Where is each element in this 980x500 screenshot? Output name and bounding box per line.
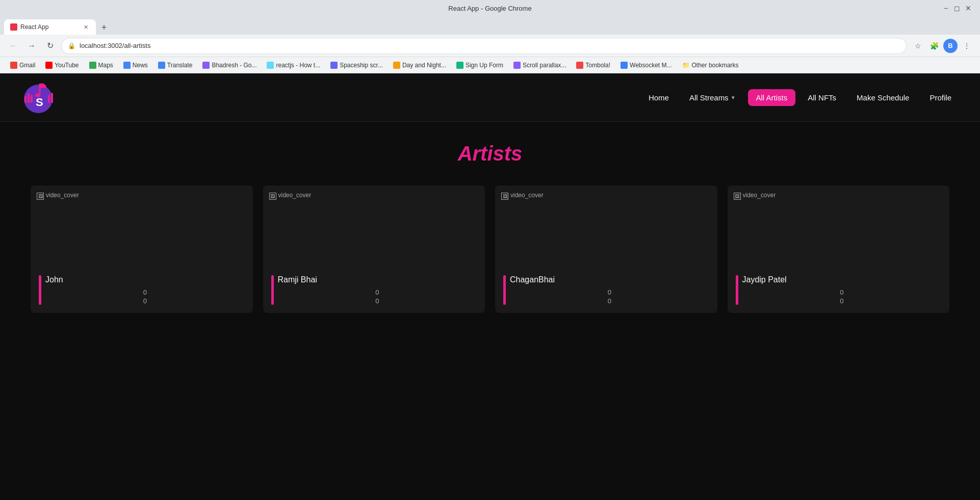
artist-stats-ramji-bhai: 0 0 xyxy=(278,288,477,305)
broken-img-icon-4: 🖼 xyxy=(734,193,741,200)
nav-all-nfts[interactable]: All NFTs xyxy=(800,89,844,106)
artist-name-ramji-bhai: Ramji Bhai xyxy=(278,275,477,284)
bookmark-youtube-label: YouTube xyxy=(55,62,79,69)
nav-profile[interactable]: Profile xyxy=(921,89,960,106)
bookmark-scroll-label: Scroll parallax... xyxy=(523,62,566,69)
artist-card-chaganbhai[interactable]: 🖼 video_cover ChaganBhai 0 0 xyxy=(495,186,717,313)
svg-rect-2 xyxy=(28,93,30,103)
active-tab[interactable]: React App ✕ xyxy=(4,19,96,35)
address-bar[interactable]: 🔒 localhost:3002/all-artists xyxy=(61,38,907,54)
forward-button[interactable]: → xyxy=(24,39,39,53)
bookmark-reactjs-label: reactjs - How t... xyxy=(276,62,320,69)
broken-img-icon-2: 🖼 xyxy=(269,193,276,200)
bhadresh-favicon xyxy=(202,62,210,69)
artist-name-jaydip-patel: Jaydip Patel xyxy=(742,275,942,284)
bookmark-scroll[interactable]: Scroll parallax... xyxy=(509,61,570,70)
artist-name-john: John xyxy=(45,275,245,284)
broken-image-ramji-bhai: 🖼 video_cover xyxy=(267,190,314,202)
artist-stat1-ramji-bhai: 0 xyxy=(278,288,477,296)
bookmark-gmail-label: Gmail xyxy=(19,62,35,69)
browser-tabs-bar: React App ✕ + xyxy=(0,16,980,35)
bookmark-other[interactable]: 📁 Other bookmarks xyxy=(678,61,743,70)
lock-icon: 🔒 xyxy=(68,42,75,49)
svg-point-8 xyxy=(35,93,40,97)
cover-alt-chaganbhai: video_cover xyxy=(510,192,544,199)
refresh-button[interactable]: ↻ xyxy=(43,39,57,53)
artist-card-ramji-bhai[interactable]: 🖼 video_cover Ramji Bhai 0 0 xyxy=(263,186,485,313)
artist-stat1-chaganbhai: 0 xyxy=(510,288,709,296)
pink-bar-john xyxy=(39,275,41,305)
browser-title: React App - Google Chrome xyxy=(448,5,531,12)
svg-rect-1 xyxy=(24,96,27,103)
maximize-button[interactable]: ◻ xyxy=(953,5,961,12)
url-text: localhost:3002/all-artists xyxy=(80,42,150,49)
artist-info-chaganbhai: ChaganBhai 0 0 xyxy=(495,267,717,313)
bookmark-tombola[interactable]: Tombola! xyxy=(572,61,614,70)
nav-make-schedule[interactable]: Make Schedule xyxy=(848,89,917,106)
reactjs-favicon xyxy=(267,62,274,69)
artist-card-jaydip-patel[interactable]: 🖼 video_cover Jaydip Patel 0 0 xyxy=(728,186,950,313)
bookmark-news[interactable]: News xyxy=(119,61,152,70)
menu-button[interactable]: ⋮ xyxy=(960,39,974,53)
bookmark-gmail[interactable]: Gmail xyxy=(6,61,39,70)
artist-stat2-jaydip-patel: 0 xyxy=(742,297,942,305)
main-content: Artists 🖼 video_cover John 0 0 xyxy=(0,122,980,333)
app-container: S Home All Streams ▼ All Artists xyxy=(0,73,980,500)
artist-cover-chaganbhai: 🖼 video_cover xyxy=(495,186,717,267)
bookmark-youtube[interactable]: YouTube xyxy=(41,61,83,70)
bookmark-websocket[interactable]: Websocket M... xyxy=(616,61,676,70)
bookmark-signup-label: Sign Up Form xyxy=(466,62,503,69)
navbar: S Home All Streams ▼ All Artists xyxy=(0,73,980,122)
svg-rect-5 xyxy=(48,95,50,103)
broken-image-jaydip-patel: 🖼 video_cover xyxy=(732,190,778,202)
artist-details-jaydip-patel: Jaydip Patel 0 0 xyxy=(742,275,942,305)
bookmark-news-label: News xyxy=(133,62,148,69)
bookmark-websocket-label: Websocket M... xyxy=(630,62,672,69)
new-tab-button[interactable]: + xyxy=(97,20,111,35)
broken-image-john: 🖼 video_cover xyxy=(35,190,81,202)
logo-container[interactable]: S xyxy=(20,80,56,115)
app-logo: S xyxy=(20,80,56,115)
bookmark-bhadresh-label: Bhadresh - Go... xyxy=(212,62,256,69)
bookmark-reactjs[interactable]: reactjs - How t... xyxy=(263,61,324,70)
bookmark-maps-label: Maps xyxy=(98,62,113,69)
minimize-button[interactable]: − xyxy=(942,5,949,12)
bookmark-bhadresh[interactable]: Bhadresh - Go... xyxy=(198,61,261,70)
close-button[interactable]: ✕ xyxy=(965,5,972,12)
broken-image-chaganbhai: 🖼 video_cover xyxy=(499,190,546,202)
bookmark-translate[interactable]: Translate xyxy=(154,61,197,70)
websocket-favicon xyxy=(621,62,628,69)
artist-stats-chaganbhai: 0 0 xyxy=(510,288,709,305)
cover-alt-john: video_cover xyxy=(46,192,79,199)
bookmark-star-button[interactable]: ☆ xyxy=(911,39,925,53)
artist-name-chaganbhai: ChaganBhai xyxy=(510,275,709,284)
profile-avatar[interactable]: B xyxy=(943,39,958,53)
pink-bar-chaganbhai xyxy=(503,275,506,305)
signup-favicon xyxy=(456,62,463,69)
bookmark-spaceship[interactable]: Spaceship scr... xyxy=(326,61,387,70)
artist-cover-jaydip-patel: 🖼 video_cover xyxy=(728,186,950,267)
maps-favicon xyxy=(89,62,96,69)
artist-cover-ramji-bhai: 🖼 video_cover xyxy=(263,186,485,267)
back-button[interactable]: ← xyxy=(6,39,20,53)
news-favicon xyxy=(123,62,131,69)
daynight-favicon xyxy=(393,62,400,69)
nav-home[interactable]: Home xyxy=(640,89,677,106)
nav-all-streams[interactable]: All Streams ▼ xyxy=(681,89,744,106)
cover-alt-jaydip-patel: video_cover xyxy=(743,192,776,199)
extensions-button[interactable]: 🧩 xyxy=(927,39,941,53)
bookmark-signup[interactable]: Sign Up Form xyxy=(452,61,507,70)
tab-close-button[interactable]: ✕ xyxy=(82,23,90,31)
bookmark-maps[interactable]: Maps xyxy=(85,61,117,70)
broken-img-icon-3: 🖼 xyxy=(501,193,508,200)
youtube-favicon xyxy=(45,62,53,69)
pink-bar-jaydip-patel xyxy=(736,275,738,305)
gmail-favicon xyxy=(10,62,17,69)
bookmark-daynight-label: Day and Night... xyxy=(402,62,446,69)
nav-all-artists[interactable]: All Artists xyxy=(748,89,796,106)
bookmark-daynight[interactable]: Day and Night... xyxy=(389,61,450,70)
svg-rect-3 xyxy=(31,95,33,103)
artist-card-john[interactable]: 🖼 video_cover John 0 0 xyxy=(31,186,253,313)
bookmark-translate-label: Translate xyxy=(167,62,193,69)
translate-favicon xyxy=(158,62,165,69)
